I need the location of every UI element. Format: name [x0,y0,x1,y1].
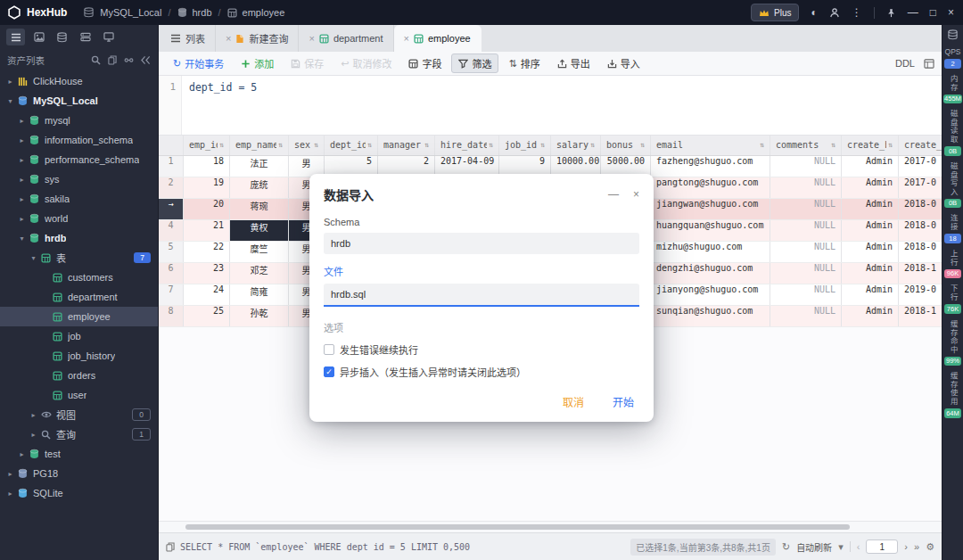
cell-create_by[interactable]: Admin [842,220,899,241]
monitor-qps[interactable]: QPS2 [943,48,962,72]
sort-icon[interactable]: ⇅ [590,136,595,155]
cell-email[interactable]: jianyong@shuguo.com [651,284,770,305]
cell-create_by[interactable]: Admin [842,242,899,262]
cell-emp_id[interactable]: 22 [184,242,230,262]
chevron-right-icon[interactable]: ▸ [16,156,28,164]
tree-item-hrdb[interactable]: ▾hrdb [0,228,158,248]
search-icon[interactable] [91,55,101,65]
tree-item-mysql[interactable]: ▸mysql [0,111,158,130]
tree-item-mysql-local[interactable]: ▾MySQL_Local [0,91,158,111]
checkbox-continue-on-error[interactable] [324,344,334,355]
cell-emp_name[interactable]: 法正 [230,156,289,177]
workflow-icon[interactable] [124,55,134,65]
cell-create_by[interactable]: Admin [842,199,899,219]
cell-email[interactable]: jiangwan@shuguo.com [651,199,770,219]
tree-item-performance-schema[interactable]: ▸performance_schema [0,150,158,169]
cell-create_by[interactable]: Admin [842,156,899,177]
column-header-dept_id[interactable]: dept_id⇅ [325,136,378,155]
cell-create_time[interactable]: 2018-1 [899,306,942,326]
toolbar-fields-button[interactable]: 字段 [401,54,449,73]
file-label[interactable]: 文件 [324,264,639,278]
tree-item-customers[interactable]: customers [0,268,158,287]
cell-emp_name[interactable]: 简雍 [230,284,289,305]
cell-email[interactable]: dengzhi@shuguo.com [651,263,770,284]
column-header-bonus[interactable]: bonus⇅ [601,136,651,155]
chevron-right-icon[interactable]: ▸ [4,490,16,498]
chevron-right-icon[interactable]: ▸ [28,431,39,439]
column-header-job_id[interactable]: job_id⇅ [499,136,551,155]
breadcrumb-connection[interactable]: MySQL_Local [100,7,161,18]
theme-icon[interactable]: ◐ [811,7,817,18]
ddl-button[interactable]: DDL [895,58,915,69]
list-view-icon[interactable] [6,29,25,45]
toolbar-begin-transaction-button[interactable]: ↻开始事务 [166,54,231,73]
cell-email[interactable]: mizhu@shuguo.com [651,242,770,262]
cell-emp_id[interactable]: 23 [184,263,230,284]
breadcrumb-table[interactable]: employee [243,7,285,18]
cell-emp_id[interactable]: 25 [184,306,230,326]
chevron-down-icon[interactable]: ▾ [838,542,844,552]
cell-emp_name[interactable]: 黄权 [230,220,289,241]
tree-item-information-schema[interactable]: ▸information_schema [0,130,158,150]
pin-icon[interactable] [886,8,896,18]
sort-icon[interactable]: ⇅ [640,136,645,155]
monitor-upload[interactable]: 上行96K [943,250,962,283]
chevron-right-icon[interactable]: ▸ [16,117,28,125]
sort-icon[interactable]: ⇅ [219,136,224,155]
column-header-email[interactable]: email⇅ [651,136,770,155]
checkbox-async-insert[interactable]: ✓ [324,366,334,377]
cell-emp_name[interactable]: 糜竺 [230,242,289,262]
tree-item-sys[interactable]: ▸sys [0,169,158,189]
cell-comments[interactable]: NULL [770,156,842,177]
database-view-icon[interactable] [53,29,71,45]
column-header-emp_id[interactable]: emp_id⇅ [184,136,230,155]
sort-icon[interactable]: ⇅ [314,136,318,155]
copy-sql-icon[interactable] [166,542,175,552]
cell-comments[interactable]: NULL [770,199,842,219]
cell-comments[interactable]: NULL [770,284,842,305]
sort-icon[interactable]: ⇅ [278,136,283,155]
cell-emp_name[interactable]: 孙乾 [230,306,289,326]
row-number[interactable]: 1 [159,156,184,177]
file-input[interactable]: hrdb.sql [324,284,639,307]
row-number[interactable]: 5 [159,242,184,262]
tree-item-department[interactable]: department [0,287,158,307]
server-view-icon[interactable] [76,29,95,45]
monitor-disk-write[interactable]: 磁盘写入0B [943,162,962,212]
cell-create_time[interactable]: 2019-0 [899,284,942,305]
cell-create_time[interactable]: 2018-0 [899,220,942,241]
cell-create_time[interactable]: 2018-0 [899,242,942,262]
monitor-download[interactable]: 下行76K [943,284,962,317]
tree-item-clickhouse[interactable]: ▸ClickHouse [0,71,158,91]
more-menu-icon[interactable]: ⋮ [852,7,862,18]
db-stack-icon[interactable] [947,29,959,40]
breadcrumb-schema[interactable]: hrdb [193,7,212,18]
cell-emp_id[interactable]: 19 [184,177,230,198]
tree-item-world[interactable]: ▸world [0,209,158,228]
sort-icon[interactable]: ⇅ [424,136,429,155]
tab-department[interactable]: ×department [299,25,393,52]
chevron-right-icon[interactable]: ▸ [16,450,28,458]
tree-item-queries-folder[interactable]: ▸查询1 [0,424,158,444]
refresh-icon[interactable]: ↻ [782,542,790,552]
cell-create_time[interactable]: 2017-0 [899,156,942,177]
tree-item-job[interactable]: job [0,326,158,346]
filter-expression-input[interactable]: dept_id = 5 [182,76,942,135]
cell-emp_id[interactable]: 24 [184,284,230,305]
cell-create_time[interactable]: 2018-1 [899,263,942,284]
cell-emp_name[interactable]: 邓芝 [230,263,289,284]
cell-create_time[interactable]: 2017-0 [899,177,942,198]
tree-item-views-folder[interactable]: ▸视图0 [0,405,158,424]
cancel-button[interactable]: 取消 [563,394,584,409]
row-number[interactable]: 4 [159,220,184,241]
collapse-icon[interactable] [141,55,151,65]
sort-icon[interactable]: ⇅ [760,136,764,155]
toolbar-export-button[interactable]: 导出 [550,54,597,73]
sort-icon[interactable]: ⇅ [367,136,372,155]
sort-icon[interactable]: ⇅ [540,136,545,155]
column-header-salary[interactable]: salary⇅ [551,136,601,155]
tree-item-pg18[interactable]: ▸PG18 [0,464,158,483]
grid-settings-icon[interactable]: ⚙ [926,542,934,552]
toolbar-save-button[interactable]: 保存 [284,54,331,73]
toolbar-filter-button[interactable]: 筛选 [451,54,498,73]
